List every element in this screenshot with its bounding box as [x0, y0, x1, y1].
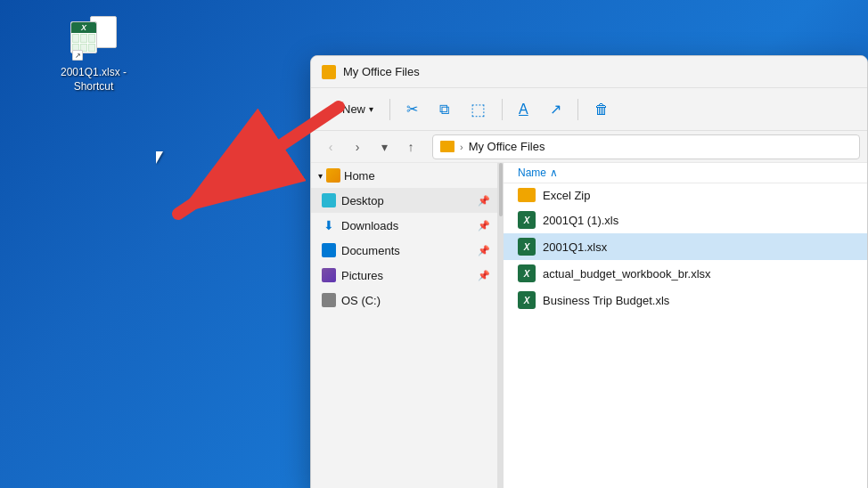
pin-icon-documents: 📌 [478, 245, 490, 256]
rename-icon: A [519, 102, 528, 118]
excel-icon: X [518, 264, 536, 282]
home-icon [326, 168, 340, 183]
up-button[interactable]: ↑ [398, 134, 423, 159]
share-icon: ↗ [550, 101, 561, 118]
sidebar-item-downloads[interactable]: ⬇ Downloads 📌 [311, 213, 497, 238]
folder-icon [518, 188, 536, 202]
icon-page-front: X [70, 21, 97, 53]
file-list-header-name[interactable]: Name ∧ [518, 167, 853, 179]
new-button[interactable]: ⊕ New ▾ [318, 95, 382, 123]
address-bar[interactable]: › My Office Files [432, 134, 860, 159]
name-column-label: Name [518, 167, 546, 179]
excel-icon: X [518, 211, 536, 229]
folder-title-icon [322, 65, 336, 79]
explorer-window: My Office Files ⊕ New ▾ ✂ ⧉ ⬚ A [310, 55, 868, 488]
new-plus-icon: ⊕ [327, 101, 339, 118]
file-name: actual_budget_workbook_br.xlsx [543, 267, 711, 281]
delete-icon: 🗑 [594, 102, 609, 118]
address-folder-icon [440, 141, 454, 152]
new-chevron-icon: ▾ [369, 104, 373, 114]
pin-icon-downloads: 📌 [478, 220, 490, 232]
sidebar-pictures-label: Pictures [341, 269, 383, 282]
file-item-actual-budget[interactable]: X actual_budget_workbook_br.xlsx [504, 260, 867, 287]
desktop-icon-label: 2001Q1.xlsx - Shortcut [61, 66, 127, 94]
recent-locations-button[interactable]: ▾ [372, 134, 397, 159]
file-name: Business Trip Budget.xls [543, 294, 669, 307]
chevron-down-icon: ▾ [318, 171, 323, 181]
file-item-business-trip[interactable]: X Business Trip Budget.xls [504, 287, 867, 313]
file-list-header: Name ∧ [504, 163, 867, 183]
file-name: Excel Zip [543, 189, 590, 202]
nav-bar: ‹ › ▾ ↑ › My Office Files [311, 131, 867, 163]
shortcut-arrow-icon: ↗ [72, 50, 83, 61]
address-path: My Office Files [469, 140, 545, 153]
cut-button[interactable]: ✂ [397, 95, 427, 123]
file-name: 2001Q1 (1).xls [543, 214, 618, 227]
sidebar-desktop-label: Desktop [341, 194, 384, 207]
toolbar-separator-2 [502, 99, 503, 120]
sidebar-item-documents[interactable]: Documents 📌 [311, 238, 497, 263]
cut-icon: ✂ [406, 101, 418, 118]
sidebar-item-pictures[interactable]: Pictures 📌 [311, 263, 497, 288]
sidebar-section-home[interactable]: ▾ Home [311, 163, 497, 188]
paste-button[interactable]: ⬚ [462, 94, 495, 125]
copy-icon: ⧉ [439, 102, 449, 118]
toolbar: ⊕ New ▾ ✂ ⧉ ⬚ A ↗ 🗑 [311, 88, 867, 131]
documents-icon [322, 243, 336, 257]
file-item-2001q1[interactable]: X 2001Q1.xlsx [504, 233, 867, 260]
delete-button[interactable]: 🗑 [585, 96, 618, 123]
pin-icon: 📌 [478, 195, 490, 207]
sidebar-section-home-label: Home [344, 169, 375, 183]
icon-excel-header: X [71, 22, 96, 33]
paste-icon: ⬚ [471, 100, 486, 119]
icon-compound: X ↗ [70, 16, 117, 62]
desktop-icon-2001q1[interactable]: X ↗ 2001Q1.xlsx - Shortcut [53, 16, 134, 94]
desktop-icon [322, 193, 336, 207]
drive-icon [322, 293, 336, 307]
share-button[interactable]: ↗ [541, 95, 570, 123]
sidebar-downloads-label: Downloads [341, 219, 398, 232]
file-name: 2001Q1.xlsx [543, 240, 607, 254]
excel-icon: X [518, 291, 536, 309]
sidebar-scrollbar[interactable] [498, 163, 504, 488]
main-content: ▾ Home Desktop 📌 ⬇ Downloads 📌 Documents [311, 163, 867, 488]
copy-button[interactable]: ⧉ [430, 96, 458, 123]
sidebar-documents-label: Documents [341, 244, 400, 257]
sort-arrow-icon: ∧ [550, 167, 558, 179]
sidebar: ▾ Home Desktop 📌 ⬇ Downloads 📌 Documents [311, 163, 498, 488]
downloads-icon: ⬇ [322, 218, 336, 232]
excel-icon: X [518, 238, 536, 256]
forward-button[interactable]: › [345, 134, 370, 159]
address-separator: › [460, 142, 463, 152]
scrollbar-thumb [499, 163, 503, 216]
file-item-excel-zip[interactable]: Excel Zip [504, 183, 867, 207]
pictures-icon [322, 268, 336, 282]
pin-icon-pictures: 📌 [478, 270, 490, 281]
toolbar-separator-3 [577, 99, 578, 120]
toolbar-separator-1 [389, 99, 390, 120]
new-label: New [342, 102, 365, 116]
file-list: Name ∧ Excel Zip X 2001Q1 (1).xls X 2001… [504, 163, 867, 488]
rename-button[interactable]: A [510, 96, 537, 123]
title-bar: My Office Files [311, 56, 867, 88]
sidebar-item-osc[interactable]: OS (C:) [311, 288, 497, 313]
desktop: X ↗ 2001Q1.xlsx - Shortcut [0, 0, 868, 488]
back-button[interactable]: ‹ [318, 134, 343, 159]
file-item-2001q1-1[interactable]: X 2001Q1 (1).xls [504, 207, 867, 233]
window-title: My Office Files [343, 65, 856, 78]
sidebar-item-desktop[interactable]: Desktop 📌 [311, 188, 497, 213]
sidebar-osc-label: OS (C:) [341, 294, 381, 307]
